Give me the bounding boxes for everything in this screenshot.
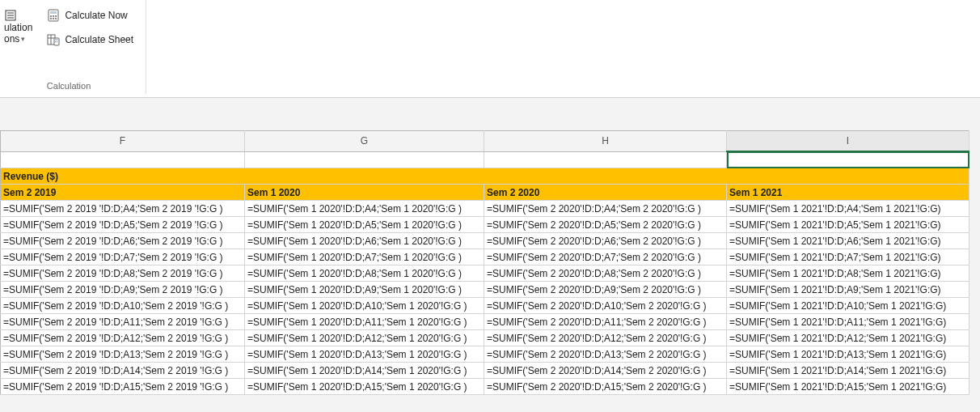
- calculate-sheet-label: Calculate Sheet: [65, 34, 133, 45]
- formula-cell[interactable]: =SUMIF('Sem 2 2020'!D:D;A12;'Sem 2 2020'…: [484, 330, 727, 346]
- formula-row: =SUMIF('Sem 2 2019 '!D:D;A12;'Sem 2 2019…: [1, 330, 969, 346]
- calculation-options-label-top: ulation: [4, 22, 32, 33]
- formula-cell[interactable]: =SUMIF('Sem 1 2020'!D:D;A13;'Sem 1 2020'…: [245, 346, 484, 363]
- section-header-row: Revenue ($): [1, 168, 969, 185]
- cell[interactable]: [484, 151, 727, 168]
- cell[interactable]: [245, 151, 484, 168]
- svg-rect-16: [55, 39, 58, 40]
- formula-cell[interactable]: =SUMIF('Sem 2 2019 '!D:D;A4;'Sem 2 2019 …: [1, 201, 245, 217]
- cell[interactable]: [727, 151, 969, 168]
- formula-row: =SUMIF('Sem 2 2019 '!D:D;A14;'Sem 2 2019…: [1, 363, 969, 379]
- formula-row: =SUMIF('Sem 2 2019 '!D:D;A5;'Sem 2 2019 …: [1, 217, 969, 233]
- formula-cell[interactable]: =SUMIF('Sem 1 2021'!D:D;A6;'Sem 1 2021'!…: [727, 233, 969, 249]
- svg-rect-17: [55, 41, 56, 42]
- formula-cell[interactable]: =SUMIF('Sem 2 2019 '!D:D;A12;'Sem 2 2019…: [1, 330, 245, 346]
- formula-cell[interactable]: =SUMIF('Sem 1 2020'!D:D;A7;'Sem 1 2020'!…: [245, 249, 484, 265]
- chevron-down-icon: ▾: [21, 35, 25, 43]
- formula-row: =SUMIF('Sem 2 2019 '!D:D;A7;'Sem 2 2019 …: [1, 249, 969, 265]
- svg-rect-11: [55, 18, 57, 19]
- column-header-H[interactable]: H: [484, 131, 727, 152]
- formula-cell[interactable]: =SUMIF('Sem 2 2020'!D:D;A9;'Sem 2 2020'!…: [484, 282, 727, 298]
- formula-cell[interactable]: =SUMIF('Sem 1 2021'!D:D;A4;'Sem 1 2021'!…: [727, 201, 969, 217]
- section-header-cell[interactable]: Revenue ($): [1, 168, 969, 185]
- formula-cell[interactable]: =SUMIF('Sem 1 2020'!D:D;A8;'Sem 1 2020'!…: [245, 265, 484, 282]
- svg-rect-5: [50, 11, 57, 14]
- formula-cell[interactable]: =SUMIF('Sem 2 2020'!D:D;A7;'Sem 2 2020'!…: [484, 249, 727, 265]
- column-title-cell[interactable]: Sem 1 2021: [727, 185, 969, 201]
- formula-cell[interactable]: =SUMIF('Sem 2 2020'!D:D;A13;'Sem 2 2020'…: [484, 346, 727, 363]
- cell[interactable]: [1, 151, 245, 168]
- calculate-sheet-button[interactable]: Calculate Sheet: [43, 31, 137, 49]
- formula-cell[interactable]: =SUMIF('Sem 2 2019 '!D:D;A15;'Sem 2 2019…: [1, 379, 245, 395]
- formula-row: =SUMIF('Sem 2 2019 '!D:D;A10;'Sem 2 2019…: [1, 298, 969, 314]
- formula-cell[interactable]: =SUMIF('Sem 2 2019 '!D:D;A14;'Sem 2 2019…: [1, 363, 245, 379]
- formula-cell[interactable]: =SUMIF('Sem 2 2019 '!D:D;A5;'Sem 2 2019 …: [1, 217, 245, 233]
- formula-cell[interactable]: =SUMIF('Sem 1 2021'!D:D;A8;'Sem 1 2021'!…: [727, 265, 969, 282]
- column-titles-row: Sem 2 2019Sem 1 2020Sem 2 2020Sem 1 2021: [1, 185, 969, 201]
- formula-row: =SUMIF('Sem 2 2019 '!D:D;A13;'Sem 2 2019…: [1, 346, 969, 363]
- formula-row: =SUMIF('Sem 2 2019 '!D:D;A15;'Sem 2 2019…: [1, 379, 969, 395]
- column-title-cell[interactable]: Sem 2 2020: [484, 185, 727, 201]
- formula-cell[interactable]: =SUMIF('Sem 1 2021'!D:D;A13;'Sem 1 2021'…: [727, 346, 969, 363]
- formula-row: =SUMIF('Sem 2 2019 '!D:D;A9;'Sem 2 2019 …: [1, 282, 969, 298]
- formula-row: =SUMIF('Sem 2 2019 '!D:D;A8;'Sem 2 2019 …: [1, 265, 969, 282]
- formula-cell[interactable]: =SUMIF('Sem 1 2021'!D:D;A9;'Sem 1 2021'!…: [727, 282, 969, 298]
- formula-cell[interactable]: =SUMIF('Sem 1 2020'!D:D;A6;'Sem 1 2020'!…: [245, 233, 484, 249]
- ribbon-group-label: Calculation: [47, 81, 91, 91]
- column-header-F[interactable]: F: [1, 131, 245, 152]
- column-title-cell[interactable]: Sem 2 2019: [1, 185, 245, 201]
- formula-cell[interactable]: =SUMIF('Sem 2 2019 '!D:D;A7;'Sem 2 2019 …: [1, 249, 245, 265]
- svg-rect-9: [50, 18, 52, 19]
- calculate-sheet-icon: [47, 33, 60, 46]
- formula-cell[interactable]: =SUMIF('Sem 1 2021'!D:D;A7;'Sem 1 2021'!…: [727, 249, 969, 265]
- formula-cell[interactable]: =SUMIF('Sem 1 2021'!D:D;A11;'Sem 1 2021'…: [727, 314, 969, 330]
- formula-cell[interactable]: =SUMIF('Sem 2 2020'!D:D;A11;'Sem 2 2020'…: [484, 314, 727, 330]
- calculate-now-button[interactable]: Calculate Now: [43, 6, 137, 24]
- calculation-options-button[interactable]: ulation ons ▾: [0, 6, 36, 47]
- formula-cell[interactable]: =SUMIF('Sem 2 2020'!D:D;A10;'Sem 2 2020'…: [484, 298, 727, 314]
- formula-cell[interactable]: =SUMIF('Sem 2 2019 '!D:D;A6;'Sem 2 2019 …: [1, 233, 245, 249]
- svg-rect-6: [50, 15, 52, 17]
- formula-cell[interactable]: =SUMIF('Sem 1 2020'!D:D;A5;'Sem 1 2020'!…: [245, 217, 484, 233]
- column-title-cell[interactable]: Sem 1 2020: [245, 185, 484, 201]
- formula-row: =SUMIF('Sem 2 2019 '!D:D;A11;'Sem 2 2019…: [1, 314, 969, 330]
- formula-cell[interactable]: =SUMIF('Sem 1 2021'!D:D;A14;'Sem 1 2021'…: [727, 363, 969, 379]
- formula-cell[interactable]: =SUMIF('Sem 1 2021'!D:D;A5;'Sem 1 2021'!…: [727, 217, 969, 233]
- empty-row: [1, 151, 969, 168]
- formula-cell[interactable]: =SUMIF('Sem 2 2019 '!D:D;A10;'Sem 2 2019…: [1, 298, 245, 314]
- ribbon: ulation ons ▾ Calculate Now: [0, 0, 980, 98]
- column-header-I[interactable]: I: [727, 131, 969, 152]
- formula-cell[interactable]: =SUMIF('Sem 2 2019 '!D:D;A9;'Sem 2 2019 …: [1, 282, 245, 298]
- calculate-now-icon: [47, 9, 60, 22]
- formula-cell[interactable]: =SUMIF('Sem 1 2020'!D:D;A9;'Sem 1 2020'!…: [245, 282, 484, 298]
- formula-cell[interactable]: =SUMIF('Sem 1 2021'!D:D;A15;'Sem 1 2021'…: [727, 379, 969, 395]
- ribbon-group-calculation: ulation ons ▾ Calculate Now: [0, 0, 146, 94]
- svg-rect-7: [53, 15, 54, 17]
- formula-cell[interactable]: =SUMIF('Sem 2 2019 '!D:D;A8;'Sem 2 2019 …: [1, 265, 245, 282]
- calculate-now-label: Calculate Now: [65, 10, 127, 21]
- formula-cell[interactable]: =SUMIF('Sem 1 2021'!D:D;A12;'Sem 1 2021'…: [727, 330, 969, 346]
- formula-cell[interactable]: =SUMIF('Sem 2 2019 '!D:D;A13;'Sem 2 2019…: [1, 346, 245, 363]
- formula-cell[interactable]: =SUMIF('Sem 2 2020'!D:D;A15;'Sem 2 2020'…: [484, 379, 727, 395]
- formula-cell[interactable]: =SUMIF('Sem 1 2020'!D:D;A15;'Sem 1 2020'…: [245, 379, 484, 395]
- svg-rect-8: [55, 15, 57, 17]
- svg-rect-18: [57, 41, 57, 42]
- formula-cell[interactable]: =SUMIF('Sem 2 2020'!D:D;A4;'Sem 2 2020'!…: [484, 201, 727, 217]
- column-header-row[interactable]: FGHI: [1, 131, 969, 152]
- formula-cell[interactable]: =SUMIF('Sem 1 2021'!D:D;A10;'Sem 1 2021'…: [727, 298, 969, 314]
- formula-cell[interactable]: =SUMIF('Sem 1 2020'!D:D;A10;'Sem 1 2020'…: [245, 298, 484, 314]
- formula-cell[interactable]: =SUMIF('Sem 2 2020'!D:D;A14;'Sem 2 2020'…: [484, 363, 727, 379]
- worksheet-area[interactable]: FGHI Revenue ($)Sem 2 2019Sem 1 2020Sem …: [0, 98, 980, 395]
- formula-row: =SUMIF('Sem 2 2019 '!D:D;A4;'Sem 2 2019 …: [1, 201, 969, 217]
- formula-cell[interactable]: =SUMIF('Sem 1 2020'!D:D;A4;'Sem 1 2020'!…: [245, 201, 484, 217]
- svg-rect-10: [53, 18, 54, 19]
- formula-cell[interactable]: =SUMIF('Sem 2 2020'!D:D;A5;'Sem 2 2020'!…: [484, 217, 727, 233]
- formula-cell[interactable]: =SUMIF('Sem 1 2020'!D:D;A12;'Sem 1 2020'…: [245, 330, 484, 346]
- formula-cell[interactable]: =SUMIF('Sem 1 2020'!D:D;A11;'Sem 1 2020'…: [245, 314, 484, 330]
- formula-cell[interactable]: =SUMIF('Sem 2 2019 '!D:D;A11;'Sem 2 2019…: [1, 314, 245, 330]
- column-header-G[interactable]: G: [245, 131, 484, 152]
- formula-cell[interactable]: =SUMIF('Sem 1 2020'!D:D;A14;'Sem 1 2020'…: [245, 363, 484, 379]
- formula-cell[interactable]: =SUMIF('Sem 2 2020'!D:D;A6;'Sem 2 2020'!…: [484, 233, 727, 249]
- formula-cell[interactable]: =SUMIF('Sem 2 2020'!D:D;A8;'Sem 2 2020'!…: [484, 265, 727, 282]
- spreadsheet-grid[interactable]: FGHI Revenue ($)Sem 2 2019Sem 1 2020Sem …: [0, 130, 969, 395]
